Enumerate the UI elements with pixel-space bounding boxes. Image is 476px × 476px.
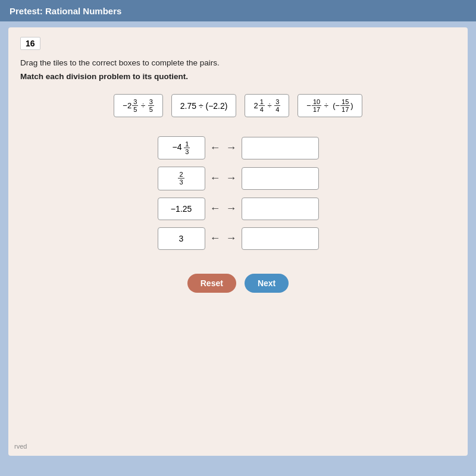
- tile-1[interactable]: −2 3 5 ÷ 3 5: [114, 94, 162, 117]
- tiles-row: −2 3 5 ÷ 3 5 2.75 ÷ (−2.2): [20, 94, 456, 117]
- quotient-box-2: 2 3: [158, 167, 205, 190]
- footer-text: rved: [14, 443, 27, 450]
- pair-row-1: −4 1 3 ← →: [158, 136, 319, 159]
- pair-row-2: 2 3 ← →: [158, 167, 319, 190]
- tile-3[interactable]: 2 1 4 ÷ 3 4: [245, 94, 289, 117]
- tile-2-label: 2.75 ÷ (−2.2): [180, 101, 228, 111]
- tile-2[interactable]: 2.75 ÷ (−2.2): [171, 94, 237, 117]
- tile-3-label: 2 1 4 ÷ 3 4: [253, 98, 280, 113]
- quotient-4-label: 3: [179, 234, 184, 243]
- arrow-2: ← →: [210, 172, 237, 184]
- tile-4-label: − 10 17 ÷ (− 15 17 ): [306, 98, 353, 113]
- question-number: 16: [20, 37, 40, 50]
- pair-row-3: −1.25 ← →: [158, 198, 319, 220]
- pairs-area: −4 1 3 ← → 2 3 ← →: [20, 136, 456, 249]
- quotient-3-label: −1.25: [171, 204, 192, 214]
- title-text: Pretest: Rational Numbers: [10, 6, 121, 16]
- reset-button[interactable]: Reset: [187, 274, 236, 293]
- instruction-drag: Drag the tiles to the correct boxes to c…: [20, 58, 456, 67]
- tile-4[interactable]: − 10 17 ÷ (− 15 17 ): [298, 94, 362, 117]
- arrow-4: ← →: [210, 232, 237, 245]
- quotient-box-3: −1.25: [158, 198, 205, 220]
- arrow-3: ← →: [210, 202, 237, 215]
- drop-box-2[interactable]: [242, 167, 319, 190]
- tile-1-label: −2 3 5 ÷ 3 5: [123, 98, 154, 113]
- drop-box-4[interactable]: [242, 227, 319, 250]
- buttons-row: Reset Next: [20, 274, 456, 293]
- quotient-box-4: 3: [158, 227, 205, 250]
- instruction-match: Match each division problem to its quoti…: [20, 72, 456, 81]
- drop-box-3[interactable]: [242, 198, 319, 220]
- quotient-box-1: −4 1 3: [158, 136, 205, 159]
- drop-box-1[interactable]: [242, 137, 319, 159]
- next-button[interactable]: Next: [245, 274, 289, 293]
- arrow-1: ← →: [210, 142, 237, 154]
- pair-row-4: 3 ← →: [158, 227, 319, 250]
- title-bar: Pretest: Rational Numbers: [0, 0, 476, 21]
- main-content: 16 Drag the tiles to the correct boxes t…: [8, 27, 468, 456]
